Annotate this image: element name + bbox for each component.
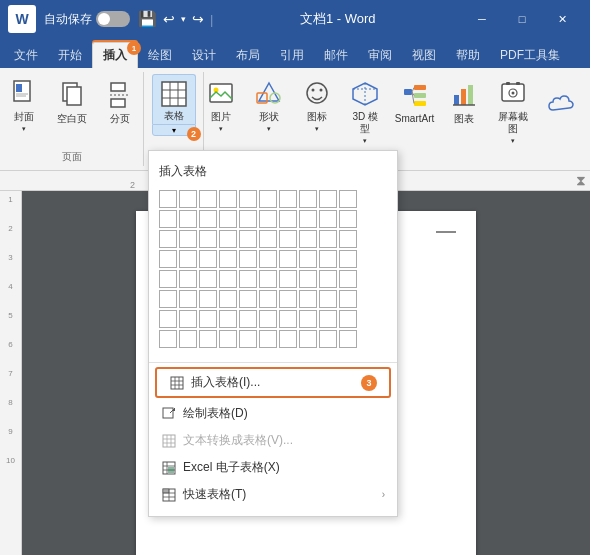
grid-cell[interactable] [259,250,277,268]
quick-table-button[interactable]: 快速表格(T) › [149,481,397,508]
cover-button[interactable]: 封面 ▾ [2,74,46,136]
grid-cell[interactable] [319,270,337,288]
draw-table-button[interactable]: 绘制表格(D) [149,400,397,427]
grid-cell[interactable] [339,290,357,308]
grid-cell[interactable] [199,230,217,248]
grid-cell[interactable] [199,290,217,308]
grid-cell[interactable] [219,310,237,328]
grid-cell[interactable] [319,330,337,348]
grid-cell[interactable] [179,270,197,288]
grid-cell[interactable] [179,230,197,248]
grid-cell[interactable] [199,310,217,328]
grid-cell[interactable] [239,310,257,328]
grid-cell[interactable] [259,230,277,248]
table-dropdown-button[interactable]: ▾ 2 [152,124,196,136]
tab-mailings[interactable]: 邮件 [314,42,358,68]
grid-cell[interactable] [159,250,177,268]
redo-icon[interactable]: ↪ [192,11,204,27]
undo-icon[interactable]: ↩ [163,11,175,27]
tab-pdftools[interactable]: PDF工具集 [490,42,570,68]
grid-cell[interactable] [319,290,337,308]
grid-cell[interactable] [259,190,277,208]
grid-cell[interactable] [239,290,257,308]
tab-insert[interactable]: 插入 1 [92,42,138,68]
tab-references[interactable]: 引用 [270,42,314,68]
grid-cell[interactable] [319,310,337,328]
grid-cell[interactable] [179,330,197,348]
grid-cell[interactable] [179,250,197,268]
grid-cell[interactable] [239,230,257,248]
insert-table-item[interactable]: 插入表格(I)... 3 [155,367,391,398]
grid-cell[interactable] [179,310,197,328]
cloud-button[interactable] [540,76,582,132]
grid-cell[interactable] [299,310,317,328]
grid-cell[interactable] [159,290,177,308]
autosave-toggle[interactable] [96,11,130,27]
grid-cell[interactable] [219,330,237,348]
tab-view[interactable]: 视图 [402,42,446,68]
grid-cell[interactable] [219,230,237,248]
3dmodel-button[interactable]: 3D 模型 ▾ [343,74,387,148]
grid-cell[interactable] [339,310,357,328]
grid-cell[interactable] [199,330,217,348]
grid-cell[interactable] [299,270,317,288]
grid-cell[interactable] [279,290,297,308]
excel-table-button[interactable]: Excel 电子表格(X) [149,454,397,481]
minimize-button[interactable]: ─ [462,0,502,38]
grid-cell[interactable] [259,310,277,328]
maximize-button[interactable]: □ [502,0,542,38]
grid-cell[interactable] [219,270,237,288]
grid-cell[interactable] [299,210,317,228]
grid-cell[interactable] [159,230,177,248]
grid-cell[interactable] [159,310,177,328]
grid-cell[interactable] [279,250,297,268]
chart-button[interactable]: 图表 [442,74,486,130]
grid-cell[interactable] [319,230,337,248]
tab-draw[interactable]: 绘图 [138,42,182,68]
grid-cell[interactable] [219,210,237,228]
shapes-button[interactable]: 形状 ▾ [247,74,291,136]
grid-cell[interactable] [199,270,217,288]
smartart-button[interactable]: SmartArt [391,74,437,130]
grid-cell[interactable] [159,210,177,228]
grid-cell[interactable] [219,190,237,208]
insert-table-button[interactable]: 插入表格(I)... 3 [157,369,389,396]
grid-cell[interactable] [339,190,357,208]
grid-cell[interactable] [339,250,357,268]
grid-cell[interactable] [259,290,277,308]
undo-dropdown-icon[interactable]: ▾ [181,14,186,24]
icons-button[interactable]: 图标 ▾ [295,74,339,136]
grid-cell[interactable] [239,210,257,228]
picture-button[interactable]: 图片 ▾ [199,74,243,136]
tab-file[interactable]: 文件 [4,42,48,68]
grid-cell[interactable] [319,250,337,268]
grid-cell[interactable] [239,270,257,288]
close-button[interactable]: ✕ [542,0,582,38]
grid-cell[interactable] [239,190,257,208]
grid-cell[interactable] [279,310,297,328]
grid-cell[interactable] [159,270,177,288]
grid-cell[interactable] [279,330,297,348]
grid-cell[interactable] [239,250,257,268]
grid-cell[interactable] [299,330,317,348]
grid-cell[interactable] [179,190,197,208]
grid-cell[interactable] [299,230,317,248]
grid-cell[interactable] [199,250,217,268]
tab-layout[interactable]: 布局 [226,42,270,68]
grid-cell[interactable] [339,330,357,348]
grid-cell[interactable] [319,210,337,228]
grid-cell[interactable] [279,270,297,288]
screenshot-button[interactable]: 屏幕截图 ▾ [490,74,537,148]
grid-cell[interactable] [279,230,297,248]
grid-cell[interactable] [299,290,317,308]
table-grid[interactable] [149,186,397,358]
grid-cell[interactable] [159,330,177,348]
grid-cell[interactable] [259,210,277,228]
grid-cell[interactable] [279,210,297,228]
tab-review[interactable]: 审阅 [358,42,402,68]
grid-cell[interactable] [199,190,217,208]
grid-cell[interactable] [219,250,237,268]
grid-cell[interactable] [179,210,197,228]
tab-help[interactable]: 帮助 [446,42,490,68]
grid-cell[interactable] [179,290,197,308]
